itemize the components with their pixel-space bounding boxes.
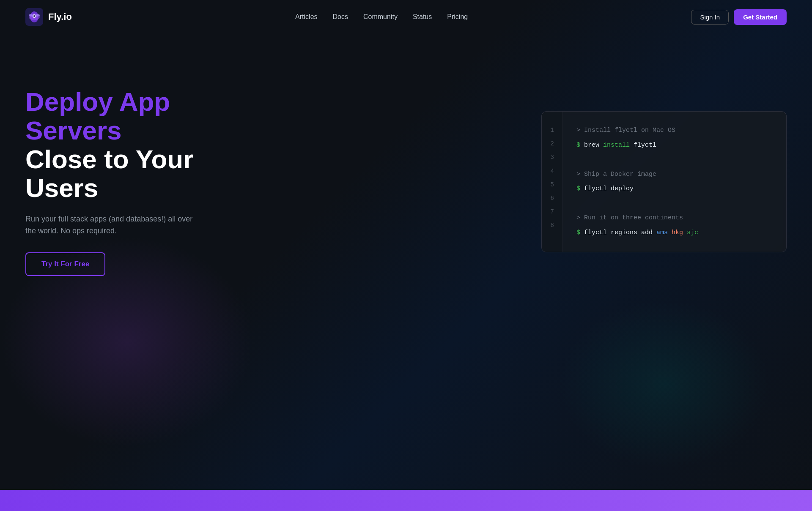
code-line-2: $ brew install flyctl: [576, 138, 773, 153]
get-started-button[interactable]: Get Started: [734, 9, 787, 25]
code-dollar-8: $: [576, 229, 584, 236]
navbar-center: Articles Docs Community Status Pricing: [295, 13, 468, 21]
hero-subtitle: Run your full stack apps (and databases!…: [25, 213, 203, 238]
logo-text: Fly.io: [48, 11, 72, 22]
code-regions-base: flyctl regions add: [584, 229, 656, 236]
line-num-3: 3: [549, 150, 556, 164]
code-deploy: flyctl deploy: [584, 185, 634, 192]
nav-status[interactable]: Status: [413, 13, 432, 21]
line-num-4: 4: [549, 164, 556, 178]
navbar-logo-area: Fly.io: [25, 8, 72, 26]
page-wrapper: Fly.io Articles Docs Community Status Pr…: [0, 0, 812, 511]
code-line-5: $ flyctl deploy: [576, 182, 773, 197]
code-flyctl-1: flyctl: [634, 142, 656, 149]
try-free-button[interactable]: Try It For Free: [25, 252, 105, 276]
line-num-1: 1: [549, 123, 556, 137]
code-line-6: [576, 197, 773, 211]
hero-right: 1 2 3 4 5 6 7 8 > Install flyctl on Mac …: [541, 111, 787, 252]
code-panel-inner: 1 2 3 4 5 6 7 8 > Install flyctl on Mac …: [542, 112, 786, 252]
fly-logo-icon: [25, 8, 43, 26]
code-line-4: > Ship a Docker image: [576, 167, 773, 182]
bg-glow-right: [558, 300, 770, 469]
code-dollar-2: $: [576, 142, 584, 149]
line-num-5: 5: [549, 178, 556, 191]
line-num-8: 8: [549, 219, 556, 232]
line-num-6: 6: [549, 191, 556, 205]
code-comment-4: > Ship a Docker image: [576, 171, 656, 178]
line-num-2: 2: [549, 137, 556, 150]
hero-title-purple: Deploy App Servers: [25, 87, 271, 145]
nav-pricing[interactable]: Pricing: [447, 13, 468, 21]
navbar: Fly.io Articles Docs Community Status Pr…: [0, 0, 812, 34]
nav-docs[interactable]: Docs: [333, 13, 348, 21]
code-comment-1: > Install flyctl on Mac OS: [576, 127, 675, 134]
code-install: install: [603, 142, 630, 149]
code-dollar-5: $: [576, 185, 584, 192]
hero-title-white: Close to Your Users: [25, 145, 271, 202]
code-comment-7: > Run it on three continents: [576, 214, 683, 221]
navbar-right: Sign In Get Started: [691, 9, 787, 25]
code-line-1: > Install flyctl on Mac OS: [576, 123, 773, 138]
nav-community[interactable]: Community: [363, 13, 398, 21]
bottom-bar: [0, 490, 812, 511]
code-panel: 1 2 3 4 5 6 7 8 > Install flyctl on Mac …: [541, 111, 787, 252]
code-line-3: [576, 153, 773, 167]
code-region-sjc: sjc: [687, 229, 698, 236]
nav-articles[interactable]: Articles: [295, 13, 317, 21]
hero-section: Deploy App Servers Close to Your Users R…: [0, 34, 812, 321]
code-line-7: > Run it on three continents: [576, 211, 773, 226]
line-numbers: 1 2 3 4 5 6 7 8: [542, 112, 563, 252]
signin-button[interactable]: Sign In: [691, 10, 729, 25]
code-line-8: $ flyctl regions add ams hkg sjc: [576, 226, 773, 240]
code-region-hkg: hkg: [672, 229, 683, 236]
line-num-7: 7: [549, 205, 556, 219]
code-region-ams: ams: [656, 229, 668, 236]
code-brew: brew: [584, 142, 603, 149]
hero-left: Deploy App Servers Close to Your Users R…: [25, 87, 271, 276]
code-content: > Install flyctl on Mac OS $ brew instal…: [563, 112, 786, 252]
